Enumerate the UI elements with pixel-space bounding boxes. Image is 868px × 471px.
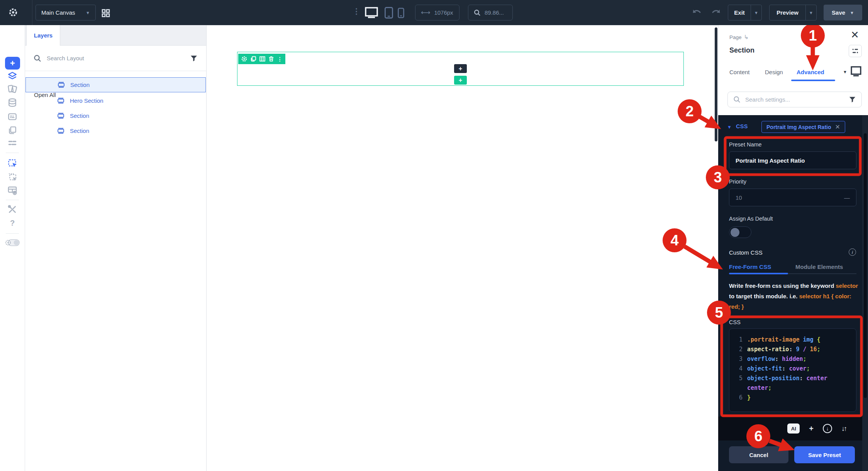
chevron-down-icon: ▼ xyxy=(86,10,90,15)
tab-content[interactable]: Content xyxy=(729,69,750,75)
drag-handle-dots-icon[interactable]: ⋮ xyxy=(353,7,360,16)
layer-item-label: Section xyxy=(70,82,90,88)
settings-search-input[interactable] xyxy=(745,96,844,103)
undo-icon[interactable] xyxy=(692,9,702,17)
canvas-width-field[interactable]: ⟷ 1076px xyxy=(415,5,459,20)
tablet-view-icon[interactable] xyxy=(385,7,393,19)
layer-item-section-3[interactable]: Section xyxy=(25,123,206,138)
section-more-dots-icon[interactable]: ⋮ xyxy=(277,56,283,62)
code-line[interactable]: 2aspect-ratio: 9 / 16; xyxy=(734,345,851,354)
filter-funnel-icon[interactable] xyxy=(849,96,856,103)
tab-free-form-css[interactable]: Free-Form CSS xyxy=(729,264,771,270)
code-line[interactable]: 6} xyxy=(734,393,851,403)
code-area[interactable]: 1.portrait-image img {2aspect-ratio: 9 /… xyxy=(734,335,851,403)
layer-item-section-2[interactable]: Section xyxy=(25,108,206,123)
toggle-knob xyxy=(731,228,739,237)
select-module-icon[interactable] xyxy=(7,158,18,168)
builder-mode-toggle[interactable] xyxy=(5,239,20,247)
preset-name-input[interactable]: Portrait Img Aspect Ratio xyxy=(729,151,856,169)
section-settings-gear-icon[interactable] xyxy=(241,56,248,62)
css-preset-chip[interactable]: Portrait Img Aspect Ratio ✕ xyxy=(761,121,845,133)
section-columns-icon[interactable] xyxy=(259,56,266,62)
add-element-button[interactable]: + xyxy=(5,57,20,70)
exit-split-button[interactable]: Exit ▼ xyxy=(728,5,762,20)
search-layout-input[interactable] xyxy=(47,55,185,61)
exit-caret-icon[interactable]: ▼ xyxy=(751,10,761,15)
panel-scrollbar-thumb[interactable] xyxy=(864,133,867,398)
assign-default-toggle[interactable] xyxy=(729,226,751,238)
canvas-zoom-field[interactable]: 89.86... xyxy=(468,5,513,20)
priority-input[interactable]: 10 — xyxy=(729,189,856,206)
card-fields-icon[interactable] xyxy=(7,112,17,122)
swatches-icon[interactable] xyxy=(7,84,17,94)
layer-item-hero-section[interactable]: Hero Section xyxy=(25,93,206,108)
cancel-button[interactable]: Cancel xyxy=(729,446,788,463)
code-text: } xyxy=(747,393,851,403)
tools-icon[interactable] xyxy=(7,204,17,214)
add-css-icon[interactable]: + xyxy=(809,424,814,433)
code-line[interactable]: 1.portrait-image img { xyxy=(734,335,851,345)
sort-arrows-icon[interactable]: ↓↑ xyxy=(841,425,846,433)
tab-layers[interactable]: Layers xyxy=(26,25,60,46)
description-text: Write free-form css using the keyword xyxy=(729,282,836,289)
field-list-icon[interactable] xyxy=(7,138,17,148)
line-number: 3 xyxy=(734,354,743,364)
phone-view-icon[interactable] xyxy=(398,8,404,18)
multi-select-icon[interactable] xyxy=(7,172,18,182)
layout-grid-icon[interactable] xyxy=(101,9,110,18)
breadcrumb-page-label[interactable]: Page xyxy=(729,34,742,40)
builder-settings-gear-icon[interactable] xyxy=(8,7,19,18)
exit-button-label[interactable]: Exit xyxy=(728,9,751,16)
tab-advanced[interactable]: Advanced xyxy=(797,69,824,75)
preview-button-label[interactable]: Preview xyxy=(770,9,805,16)
css-code-editor[interactable]: 1.portrait-image img {2aspect-ratio: 9 /… xyxy=(729,328,856,412)
responsive-caret-icon[interactable]: ▼ xyxy=(843,70,847,74)
code-line[interactable]: 4object-fit: cover; xyxy=(734,364,851,374)
desktop-preview-icon[interactable] xyxy=(850,66,862,77)
zoom-magnifier-icon xyxy=(474,9,481,16)
table-view-icon[interactable] xyxy=(7,185,18,196)
layer-item-label: Section xyxy=(70,112,89,119)
code-line[interactable]: 3overflow: hidden; xyxy=(734,354,851,364)
divider xyxy=(6,153,19,153)
section-icon xyxy=(57,97,64,104)
import-icon[interactable]: ↓ xyxy=(823,424,832,433)
layers-panel-icon[interactable] xyxy=(7,71,17,81)
canvas-selector-dropdown[interactable]: Main Canvas ▼ xyxy=(36,5,96,20)
section-duplicate-icon[interactable] xyxy=(250,56,257,62)
save-button[interactable]: Save ▼ xyxy=(824,5,862,20)
copy-pages-icon[interactable] xyxy=(7,125,17,135)
save-preset-button[interactable]: Save Preset xyxy=(794,446,855,463)
database-icon[interactable] xyxy=(7,98,17,108)
tab-module-elements[interactable]: Module Elements xyxy=(795,264,843,270)
add-section-button-teal[interactable]: + xyxy=(454,76,467,85)
breadcrumb[interactable]: Page ↳ xyxy=(729,34,749,41)
priority-stepper-dash[interactable]: — xyxy=(844,194,850,201)
preview-split-button[interactable]: Preview ▼ xyxy=(769,5,817,20)
save-caret-icon[interactable]: ▼ xyxy=(850,10,854,15)
preset-manager-button[interactable] xyxy=(849,45,862,57)
filter-funnel-icon[interactable] xyxy=(190,54,198,62)
divider xyxy=(6,200,19,200)
info-icon[interactable]: i xyxy=(849,248,856,256)
description-keyword: selector xyxy=(836,282,858,289)
collapse-caret-icon[interactable]: ▼ xyxy=(727,124,732,130)
ai-assist-button[interactable]: AI xyxy=(787,423,800,434)
canvas-scrollbar-thumb[interactable] xyxy=(715,27,717,141)
layer-item-section-1[interactable]: Section xyxy=(25,77,206,92)
code-text: .portrait-image img { xyxy=(747,335,851,345)
code-text: object-position: center center; xyxy=(747,374,851,393)
section-delete-trash-icon[interactable] xyxy=(268,56,275,62)
help-icon[interactable]: ? xyxy=(10,219,15,228)
chip-remove-icon[interactable]: ✕ xyxy=(835,123,840,131)
code-line[interactable]: 5object-position: center center; xyxy=(734,374,851,393)
line-number: 1 xyxy=(734,335,743,345)
add-row-button-dark[interactable]: + xyxy=(454,64,467,73)
css-group-label[interactable]: CSS xyxy=(736,123,748,129)
preview-caret-icon[interactable]: ▼ xyxy=(806,10,816,15)
line-number: 5 xyxy=(734,374,743,393)
close-icon[interactable]: ✕ xyxy=(851,30,859,40)
tab-design[interactable]: Design xyxy=(765,69,783,75)
redo-icon[interactable] xyxy=(711,9,721,17)
desktop-view-icon[interactable] xyxy=(365,7,378,19)
